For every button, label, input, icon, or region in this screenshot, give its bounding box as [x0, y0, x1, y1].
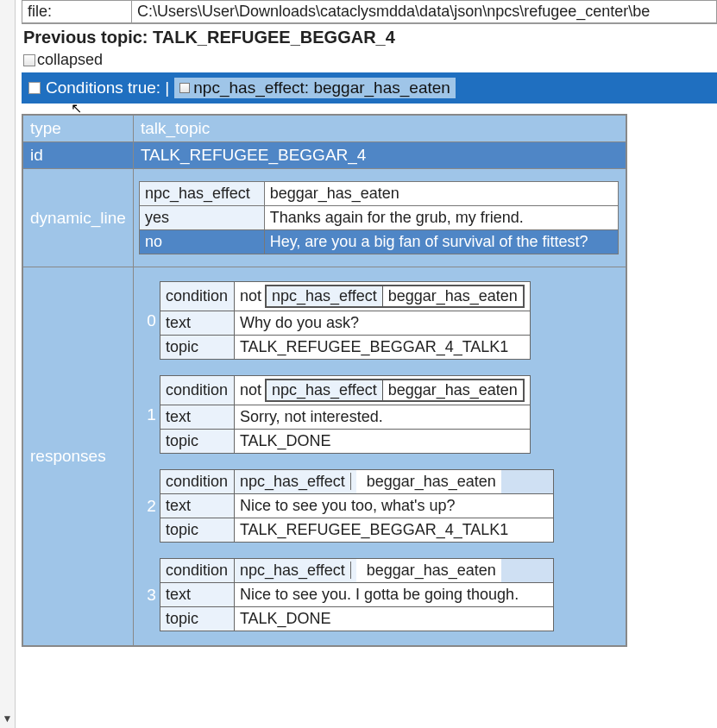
condition-inner: npc_has_effectbeggar_has_eaten	[265, 379, 525, 402]
response-index: 0	[141, 311, 156, 330]
response-table: conditionnpc_has_effect beggar_has_eaten…	[160, 469, 554, 543]
id-label: id	[22, 142, 133, 169]
response-index: 3	[141, 586, 156, 605]
dynamic-line-cell: npc_has_effect beggar_has_eaten yes Than…	[133, 169, 626, 267]
dl-effect-key: npc_has_effect	[139, 182, 264, 206]
file-path: C:\Users\User\Downloads\cataclysmdda\dat…	[132, 0, 717, 23]
effect-val: beggar_has_eaten	[383, 286, 523, 306]
conditions-label: Conditions true: |	[46, 78, 169, 97]
effect-key: npc_has_effect	[240, 562, 351, 579]
response-table: conditionnpc_has_effect beggar_has_eaten…	[160, 558, 554, 631]
type-label: type	[22, 115, 133, 142]
response-topic[interactable]: TALK_REFUGEE_BEGGAR_4_TALK1	[234, 518, 553, 543]
condition-pill-text: npc_has_effect: beggar_has_eaten	[193, 78, 450, 97]
responses-cell: 0conditionnotnpc_has_effectbeggar_has_ea…	[133, 267, 626, 647]
response-topic[interactable]: TALK_REFUGEE_BEGGAR_4_TALK1	[234, 336, 530, 360]
file-label: file:	[22, 0, 132, 23]
response-text: Nice to see you too, what's up?	[234, 494, 553, 518]
dynamic-line-label: dynamic_line	[22, 169, 133, 267]
not-label: not	[240, 287, 265, 304]
response-text: Sorry, not interested.	[234, 405, 530, 430]
dl-no-val: Hey, are you a big fan of survival of th…	[264, 230, 618, 254]
response-block: 1conditionnotnpc_has_effectbeggar_has_ea…	[141, 375, 619, 454]
response-block: 0conditionnotnpc_has_effectbeggar_has_ea…	[141, 281, 619, 360]
dl-yes-val: Thanks again for the grub, my friend.	[264, 206, 618, 230]
condition-cell: npc_has_effect beggar_has_eaten	[234, 559, 553, 583]
topic-label: topic	[160, 430, 234, 454]
response-block: 3conditionnpc_has_effect beggar_has_eate…	[141, 558, 619, 631]
effect-val: beggar_has_eaten	[362, 562, 496, 579]
effect-key: npc_has_effect	[240, 473, 351, 490]
condition-cell: notnpc_has_effectbeggar_has_eaten	[234, 376, 530, 405]
scroll-rail[interactable]: ▼	[0, 0, 16, 647]
topic-label: topic	[160, 607, 234, 631]
effect-key: npc_has_effect	[267, 286, 383, 306]
topic-label: topic	[160, 336, 234, 360]
effect-val: beggar_has_eaten	[383, 380, 523, 400]
effect-val: beggar_has_eaten	[362, 473, 496, 490]
text-label: text	[160, 405, 234, 430]
dl-no-key: no	[139, 230, 264, 254]
response-index: 1	[141, 405, 156, 424]
text-label: text	[160, 583, 234, 607]
dl-effect-val: beggar_has_eaten	[264, 182, 618, 206]
type-value: talk_topic	[133, 115, 626, 142]
topic-label: topic	[160, 518, 234, 543]
condition-pill[interactable]: npc_has_effect: beggar_has_eaten	[174, 78, 456, 98]
response-topic[interactable]: TALK_DONE	[234, 607, 553, 631]
topic-table: type talk_topic id TALK_REFUGEE_BEGGAR_4…	[22, 114, 627, 647]
not-label: not	[240, 381, 265, 399]
file-path-row: file: C:\Users\User\Downloads\cataclysmd…	[22, 0, 717, 24]
collapsed-toggle-row[interactable]: collapsed	[22, 51, 717, 72]
effect-key: npc_has_effect	[267, 380, 383, 400]
response-block: 2conditionnpc_has_effect beggar_has_eate…	[141, 469, 619, 543]
condition-inner: npc_has_effectbeggar_has_eaten	[265, 285, 525, 308]
conditions-checkbox[interactable]	[28, 82, 41, 94]
condition-label: condition	[160, 282, 234, 311]
response-text: Nice to see you. I gotta be going though…	[234, 583, 553, 607]
condition-label: condition	[160, 559, 234, 583]
response-text: Why do you ask?	[234, 311, 530, 336]
collapsed-checkbox[interactable]	[23, 54, 35, 66]
responses-label: responses	[22, 267, 133, 647]
condition-cell: notnpc_has_effectbeggar_has_eaten	[234, 282, 530, 311]
response-index: 2	[141, 497, 156, 516]
response-table: conditionnotnpc_has_effectbeggar_has_eat…	[160, 281, 531, 360]
dynamic-line-table: npc_has_effect beggar_has_eaten yes Than…	[139, 181, 619, 254]
id-value: TALK_REFUGEE_BEGGAR_4	[133, 142, 626, 169]
dl-yes-key: yes	[139, 206, 264, 230]
condition-label: condition	[160, 376, 234, 405]
previous-topic-heading: Previous topic: TALK_REFUGEE_BEGGAR_4	[22, 24, 717, 51]
response-topic[interactable]: TALK_DONE	[234, 430, 530, 454]
response-table: conditionnotnpc_has_effectbeggar_has_eat…	[160, 375, 531, 454]
condition-label: condition	[160, 470, 234, 494]
text-label: text	[160, 494, 234, 518]
condition-cell: npc_has_effect beggar_has_eaten	[234, 470, 553, 494]
conditions-bar: Conditions true: | npc_has_effect: begga…	[22, 72, 717, 104]
text-label: text	[160, 311, 234, 336]
condition-pill-checkbox[interactable]	[179, 83, 190, 93]
collapsed-label: collapsed	[37, 51, 103, 69]
